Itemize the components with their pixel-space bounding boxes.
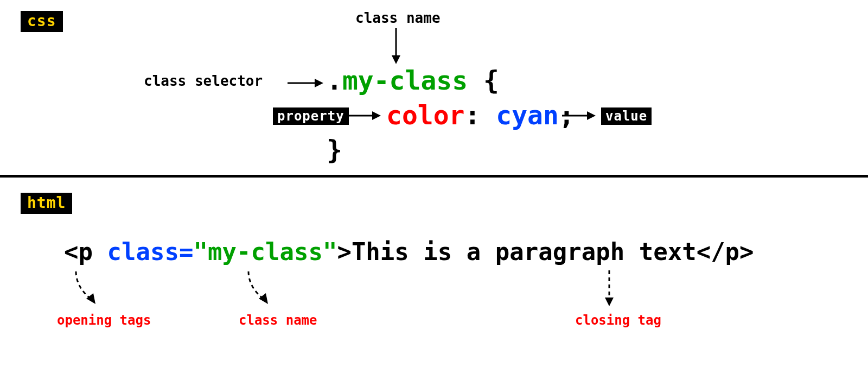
arrow-classname-down-icon <box>388 28 404 65</box>
html-badge: html <box>21 193 72 214</box>
svg-marker-7 <box>587 111 596 120</box>
label-value: value <box>601 107 652 125</box>
html-equals: = <box>179 238 194 265</box>
label-class-name-css: class name <box>355 10 441 26</box>
html-text-content: This is a paragraph text <box>352 238 697 265</box>
arrow-class-selector-icon <box>288 75 324 91</box>
html-code-line: <p class="my-class">This is a paragraph … <box>64 238 754 265</box>
section-divider <box>0 175 868 178</box>
svg-marker-5 <box>372 111 381 120</box>
css-line-3: } <box>327 135 342 165</box>
css-line-2: color: cyan; <box>386 100 575 130</box>
label-property: property <box>273 107 349 125</box>
css-property: color <box>386 100 465 130</box>
svg-marker-3 <box>315 79 323 87</box>
css-selector: my-class <box>342 65 468 96</box>
svg-marker-1 <box>392 55 400 64</box>
css-brace-close: } <box>327 135 342 165</box>
svg-marker-9 <box>259 293 268 304</box>
arrow-property-icon <box>347 107 382 124</box>
css-dot: . <box>327 65 342 96</box>
html-tag-p: p <box>79 238 93 265</box>
html-quote-open: " <box>193 238 208 265</box>
html-attr-class: class <box>107 238 179 265</box>
css-line-1: .my-class { <box>327 65 499 96</box>
html-attr-value: my-class <box>208 238 323 265</box>
label-opening-tags: opening tags <box>57 313 151 328</box>
label-closing-tag: closing tag <box>575 313 661 328</box>
label-class-selector: class selector <box>144 73 263 89</box>
arrow-classname-html-icon <box>243 269 276 308</box>
arrow-value-icon <box>562 107 597 124</box>
html-open-gt: > <box>337 238 352 265</box>
arrow-closing-tag-icon <box>601 269 617 308</box>
html-close-tag: </p> <box>697 238 754 265</box>
label-class-name-html: class name <box>239 313 317 328</box>
arrow-opening-tags-icon <box>71 269 103 308</box>
css-brace-open: { <box>483 65 499 96</box>
css-badge: css <box>21 11 63 32</box>
css-value: cyan <box>496 100 559 130</box>
svg-marker-8 <box>86 293 95 304</box>
css-colon: : <box>465 100 481 130</box>
svg-marker-11 <box>605 298 614 306</box>
html-quote-close: " <box>323 238 337 265</box>
html-open-lt: < <box>64 238 79 265</box>
